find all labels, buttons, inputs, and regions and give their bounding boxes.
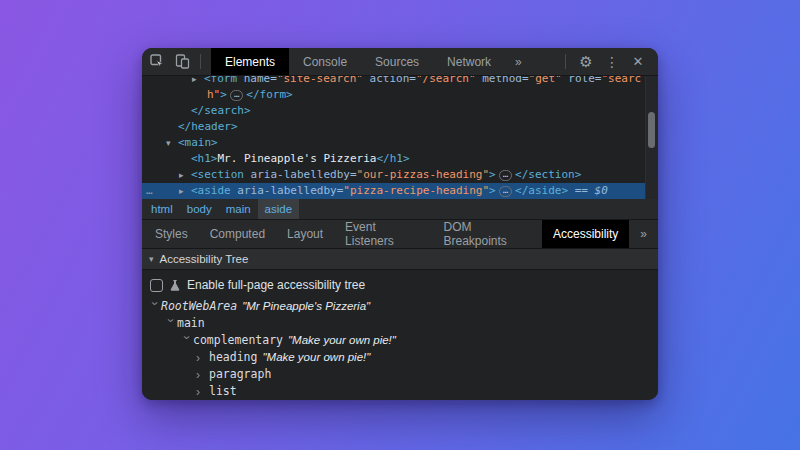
code-token-tag: </h1> <box>376 152 409 165</box>
inspect-element-icon[interactable] <box>150 54 165 69</box>
chevron-collapsed-icon[interactable]: › <box>196 386 209 398</box>
a11y-role: list <box>209 383 237 400</box>
dom-tree-row[interactable]: ▾<main> <box>142 135 658 151</box>
dom-tree-row[interactable]: ▸<section aria-labelledby="our-pizzas-he… <box>142 167 658 183</box>
chevron-expanded-icon[interactable]: › <box>149 301 161 314</box>
code-token-tag: </aside> <box>515 184 568 197</box>
toolbar-divider <box>200 54 201 69</box>
breadcrumb-item-body[interactable]: body <box>180 199 219 219</box>
tab-elements[interactable]: Elements <box>211 48 289 75</box>
accessibility-tree: ›RootWebArea"Mr Pineapple's Pizzeria"›ma… <box>142 298 658 400</box>
a11y-tree-row[interactable]: ›paragraph <box>142 366 658 383</box>
row-overflow-dots[interactable]: … <box>146 183 154 199</box>
code-token-attr: aria-labelledby= <box>244 168 357 181</box>
more-sidebar-tabs-chevron[interactable]: » <box>629 220 658 248</box>
scrollbar-track[interactable] <box>645 76 658 199</box>
code-token-attr: name= <box>237 76 277 85</box>
dom-tree-row[interactable]: …▸<aside aria-labelledby="pizza-recipe-h… <box>142 183 658 199</box>
a11y-tree-row[interactable]: ›RootWebArea"Mr Pineapple's Pizzeria" <box>142 298 658 315</box>
customize-kebab-icon[interactable]: ⋮ <box>600 50 624 74</box>
enable-fullpage-a11y-row: Enable full-page accessibility tree <box>142 270 658 298</box>
elements-dom-tree: ▸<form name="site-search" action="/searc… <box>142 76 658 199</box>
a11y-role: paragraph <box>209 366 271 383</box>
section-title: Accessibility Tree <box>160 253 249 265</box>
code-token-val: "get" <box>529 76 562 85</box>
code-token-eq: == $0 <box>568 184 608 197</box>
breadcrumb-item-html[interactable]: html <box>144 199 180 219</box>
dom-tree-row[interactable]: </search> <box>142 103 658 119</box>
tab-event-listeners[interactable]: Event Listeners <box>334 220 432 248</box>
code-token-val: "our-pizzas-heading" <box>357 168 489 181</box>
scrollbar-thumb[interactable] <box>648 112 655 148</box>
code-token-tag: <h1> <box>191 152 218 165</box>
toolbar-right-icons: ⚙ ⋮ ✕ <box>565 48 658 75</box>
code-token-tag: </search> <box>191 104 251 117</box>
code-token-tag: > <box>220 88 227 101</box>
code-token-tag: > <box>489 168 496 181</box>
accessibility-tree-section-header[interactable]: ▾ Accessibility Tree <box>142 249 658 270</box>
dom-tree-row[interactable]: </header> <box>142 119 658 135</box>
a11y-accessible-name: "Make your own pie!" <box>288 332 396 349</box>
dom-tree-row[interactable]: h">…</form> <box>142 87 658 103</box>
toolbar-left-icons <box>142 48 205 75</box>
devtools-panel-tabs: ElementsConsoleSourcesNetwork <box>211 48 505 75</box>
expand-triangle-icon[interactable]: ▾ <box>166 135 178 151</box>
expand-triangle-icon[interactable]: ▸ <box>192 76 204 87</box>
code-token-tag: <form <box>204 76 237 85</box>
dom-code-rows: ▸<form name="site-search" action="/searc… <box>142 76 658 199</box>
code-token-attr: action= <box>363 76 416 85</box>
devtools-window: ElementsConsoleSourcesNetwork » ⚙ ⋮ ✕ ▸<… <box>142 48 658 400</box>
code-token-tag: </section> <box>515 168 581 181</box>
code-token-tag: > <box>489 184 496 197</box>
a11y-role: main <box>177 315 205 332</box>
a11y-tree-row[interactable]: ›complementary"Make your own pie!" <box>142 332 658 349</box>
a11y-role: complementary <box>193 332 283 349</box>
collapsed-content-ellipsis-icon[interactable]: … <box>499 186 512 197</box>
tab-styles[interactable]: Styles <box>144 220 199 248</box>
tab-computed[interactable]: Computed <box>199 220 276 248</box>
code-token-tag: </form> <box>246 88 292 101</box>
a11y-tree-row[interactable]: ›heading"Make your own pie!" <box>142 349 658 366</box>
close-icon[interactable]: ✕ <box>626 50 650 74</box>
settings-gear-icon[interactable]: ⚙ <box>574 50 598 74</box>
code-token-text: Mr. Pineapple's Pizzeria <box>218 152 377 165</box>
code-token-tag: <aside <box>191 184 231 197</box>
expand-triangle-icon[interactable]: ▸ <box>179 167 191 183</box>
section-collapse-triangle-icon: ▾ <box>149 254 154 264</box>
device-toolbar-icon[interactable] <box>175 54 190 69</box>
a11y-tree-row[interactable]: ›main <box>142 315 658 332</box>
tab-console[interactable]: Console <box>289 48 361 75</box>
code-token-attr: aria-labelledby= <box>231 184 344 197</box>
desktop-background: { "colors": { "bg_gradient_from": "#8a57… <box>0 0 800 450</box>
dom-tree-row[interactable]: <h1>Mr. Pineapple's Pizzeria</h1> <box>142 151 658 167</box>
enable-fullpage-a11y-checkbox[interactable] <box>150 279 163 292</box>
collapsed-content-ellipsis-icon[interactable]: … <box>499 170 512 181</box>
code-token-val: h" <box>207 88 220 101</box>
breadcrumb-item-main[interactable]: main <box>219 199 258 219</box>
breadcrumb: htmlbodymainaside <box>142 199 658 220</box>
tab-accessibility[interactable]: Accessibility <box>542 220 629 248</box>
tab-network[interactable]: Network <box>433 48 505 75</box>
code-token-attr: method= <box>476 76 529 85</box>
tab-sources[interactable]: Sources <box>361 48 433 75</box>
chevron-collapsed-icon[interactable]: › <box>196 369 209 381</box>
collapsed-content-ellipsis-icon[interactable]: … <box>230 90 243 101</box>
chevron-expanded-icon[interactable]: › <box>181 335 193 348</box>
breadcrumb-item-aside[interactable]: aside <box>258 199 300 219</box>
a11y-role: RootWebArea <box>161 298 237 315</box>
chevron-expanded-icon[interactable]: › <box>165 318 177 331</box>
tab-dom-breakpoints[interactable]: DOM Breakpoints <box>432 220 541 248</box>
dom-tree-row[interactable]: ▸<form name="site-search" action="/searc… <box>142 76 658 87</box>
expand-triangle-icon[interactable]: ▸ <box>179 183 191 199</box>
code-token-tag: <section <box>191 168 244 181</box>
experiment-flask-icon <box>169 279 181 292</box>
sidebar-tabs: StylesComputedLayoutEvent ListenersDOM B… <box>142 220 658 249</box>
tab-layout[interactable]: Layout <box>276 220 334 248</box>
accessibility-pane: Enable full-page accessibility tree ›Roo… <box>142 270 658 400</box>
enable-fullpage-a11y-label: Enable full-page accessibility tree <box>187 278 365 292</box>
a11y-tree-row[interactable]: ›list <box>142 383 658 400</box>
toolbar-divider-right <box>565 54 566 69</box>
code-token-val: "site-search" <box>277 76 363 85</box>
more-panels-chevron[interactable]: » <box>505 48 532 75</box>
chevron-collapsed-icon[interactable]: › <box>196 352 209 364</box>
